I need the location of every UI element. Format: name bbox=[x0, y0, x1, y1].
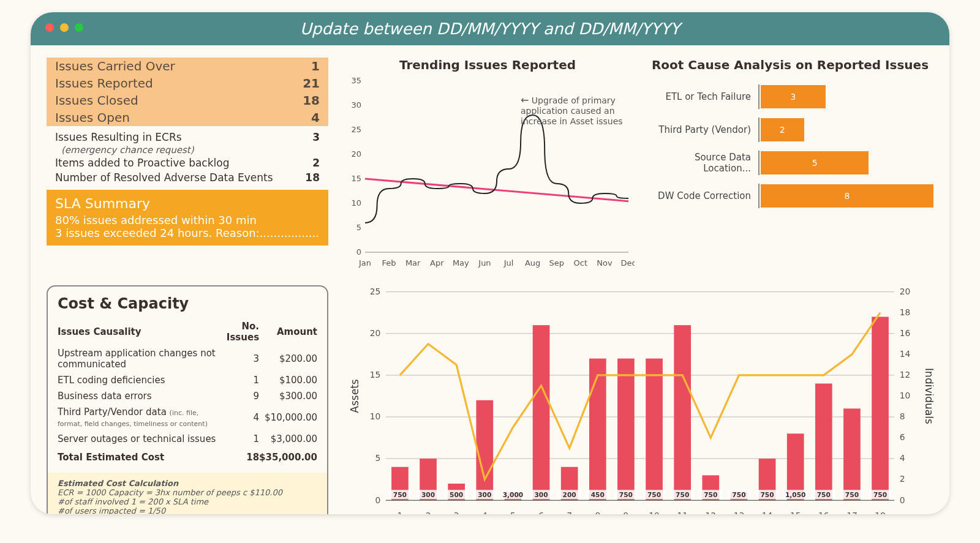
svg-rect-57 bbox=[674, 325, 691, 500]
rc-row: Third Party (Vendor)2 bbox=[647, 118, 933, 142]
svg-text:10: 10 bbox=[649, 511, 660, 514]
svg-text:Feb: Feb bbox=[382, 258, 396, 268]
svg-text:750: 750 bbox=[704, 491, 717, 499]
svg-text:300: 300 bbox=[421, 491, 435, 499]
svg-text:0: 0 bbox=[900, 495, 905, 505]
svg-text:450: 450 bbox=[591, 491, 605, 499]
svg-rect-63 bbox=[843, 408, 861, 500]
rc-label: Third Party (Vendor) bbox=[647, 124, 757, 135]
svg-text:15: 15 bbox=[790, 511, 801, 514]
svg-text:30: 30 bbox=[351, 100, 361, 110]
svg-text:11: 11 bbox=[677, 511, 688, 514]
svg-text:300: 300 bbox=[534, 491, 548, 499]
svg-text:13: 13 bbox=[734, 511, 745, 514]
table-row: Business data errors9$300.00 bbox=[58, 388, 317, 404]
svg-text:4: 4 bbox=[482, 511, 488, 514]
col-header: Issues Causality bbox=[58, 318, 218, 345]
trending-chart: Trending Issues Reported 05101520253035J… bbox=[341, 58, 635, 273]
combo-chart: 051015202502468101214161820AssetsIndivid… bbox=[341, 285, 933, 514]
svg-text:8: 8 bbox=[595, 511, 600, 514]
table-row: Upstream application changes not communi… bbox=[58, 345, 317, 372]
svg-text:12: 12 bbox=[900, 370, 911, 380]
cost-note: Estimated Cost Calculation ECR = 1000 Ca… bbox=[48, 473, 327, 514]
svg-text:Dec: Dec bbox=[620, 258, 635, 268]
svg-text:500: 500 bbox=[450, 491, 463, 499]
svg-text:Assets: Assets bbox=[349, 379, 361, 413]
maximize-icon[interactable] bbox=[75, 23, 83, 32]
svg-text:20: 20 bbox=[351, 149, 361, 159]
svg-text:0: 0 bbox=[375, 495, 381, 505]
svg-text:25: 25 bbox=[351, 125, 361, 134]
chart-title: Root Cause Analysis on Reported Issues bbox=[647, 58, 933, 72]
stat-row: Issues Carried Over1 bbox=[47, 58, 328, 75]
stat-row: Issues Resulting in ECRs3 bbox=[47, 130, 328, 144]
svg-rect-55 bbox=[617, 359, 635, 501]
sla-heading: SLA Summary bbox=[55, 196, 320, 211]
svg-text:750: 750 bbox=[676, 491, 689, 499]
svg-text:16: 16 bbox=[900, 328, 911, 338]
svg-text:0: 0 bbox=[356, 247, 361, 257]
svg-rect-50 bbox=[476, 400, 493, 500]
svg-text:Nov: Nov bbox=[597, 258, 612, 268]
svg-text:Jun: Jun bbox=[478, 258, 491, 268]
svg-text:12: 12 bbox=[706, 511, 717, 514]
rc-bar: 8 bbox=[761, 184, 933, 208]
svg-text:750: 750 bbox=[873, 491, 887, 499]
titlebar: Update between DD/MM/YYYY and DD/MM/YYYY bbox=[31, 12, 949, 45]
table-row: ETL coding deficiencies1$100.00 bbox=[58, 372, 317, 388]
svg-text:Oct: Oct bbox=[574, 258, 587, 268]
chart-title: Trending Issues Reported bbox=[341, 58, 635, 72]
svg-text:15: 15 bbox=[370, 370, 381, 380]
col-header: Amount bbox=[259, 318, 317, 345]
sla-line: 80% issues addressed within 30 min bbox=[55, 214, 320, 227]
svg-rect-62 bbox=[815, 384, 832, 501]
svg-text:6: 6 bbox=[538, 511, 544, 514]
svg-text:May: May bbox=[453, 258, 469, 268]
svg-text:6: 6 bbox=[900, 432, 905, 442]
close-icon[interactable] bbox=[45, 23, 54, 32]
minimize-icon[interactable] bbox=[60, 23, 69, 32]
svg-text:300: 300 bbox=[478, 491, 491, 499]
svg-text:1: 1 bbox=[398, 511, 403, 514]
rc-label: DW Code Correction bbox=[647, 190, 757, 201]
svg-text:200: 200 bbox=[563, 491, 576, 499]
svg-rect-64 bbox=[872, 317, 889, 501]
window-controls bbox=[45, 23, 83, 32]
svg-text:17: 17 bbox=[846, 511, 858, 514]
stat-row: Issues Reported21 bbox=[47, 75, 328, 92]
svg-text:8: 8 bbox=[900, 411, 905, 421]
svg-text:2: 2 bbox=[900, 474, 905, 484]
svg-text:35: 35 bbox=[351, 76, 361, 85]
svg-text:Jul: Jul bbox=[503, 258, 514, 268]
svg-text:25: 25 bbox=[370, 286, 381, 296]
svg-text:1,050: 1,050 bbox=[785, 491, 806, 499]
rc-bar: 3 bbox=[761, 85, 826, 108]
svg-text:750: 750 bbox=[845, 491, 859, 499]
svg-text:20: 20 bbox=[900, 286, 911, 296]
svg-text:Apr: Apr bbox=[430, 258, 444, 268]
svg-text:4: 4 bbox=[900, 453, 905, 463]
col-header: No. Issues bbox=[218, 318, 259, 345]
svg-text:750: 750 bbox=[393, 491, 407, 499]
svg-text:Aug: Aug bbox=[525, 258, 540, 268]
rc-label: ETL or Tech Failure bbox=[647, 91, 757, 102]
svg-rect-54 bbox=[589, 359, 606, 501]
svg-text:9: 9 bbox=[624, 511, 629, 514]
page-title: Update between DD/MM/YYYY and DD/MM/YYYY bbox=[300, 20, 680, 38]
sla-summary: SLA Summary 80% issues addressed within … bbox=[47, 190, 328, 245]
cost-capacity-panel: Cost & Capacity Issues Causality No. Iss… bbox=[47, 285, 328, 514]
svg-text:5: 5 bbox=[375, 453, 381, 463]
svg-rect-56 bbox=[646, 359, 663, 501]
table-row: Third Party/Vendor data (inc. file, form… bbox=[58, 404, 317, 431]
rc-row: DW Code Correction8 bbox=[647, 184, 933, 208]
trend-annotation: ← Upgrade of primary application caused … bbox=[521, 94, 631, 127]
svg-text:750: 750 bbox=[647, 491, 661, 499]
stat-row: Items added to Proactive backlog2 bbox=[47, 155, 328, 170]
rc-bar: 5 bbox=[761, 151, 869, 174]
svg-text:18: 18 bbox=[875, 511, 886, 514]
stat-subtext: (emergency chance request) bbox=[47, 144, 328, 155]
svg-text:14: 14 bbox=[762, 511, 773, 514]
svg-text:10: 10 bbox=[351, 198, 361, 208]
svg-text:750: 750 bbox=[619, 491, 633, 499]
svg-text:3: 3 bbox=[454, 511, 459, 514]
